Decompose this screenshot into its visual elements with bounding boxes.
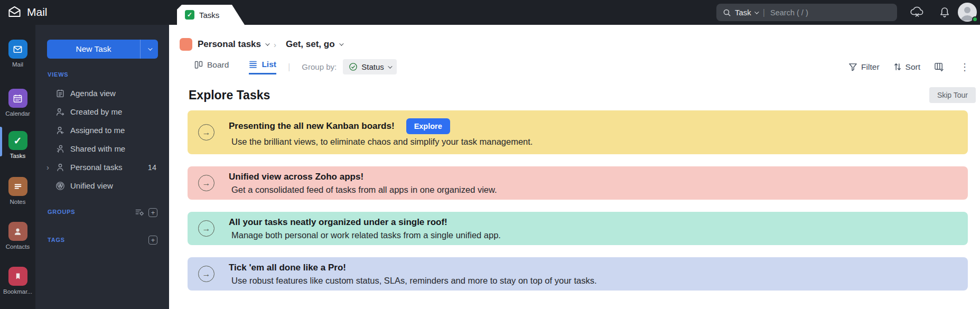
arrow-right-icon[interactable]: → (198, 266, 214, 282)
tasks-icon: ✓ (8, 131, 27, 150)
zoho-mail-logo-icon (7, 5, 22, 19)
main-content: Personal tasks › Get, set, go Board (169, 25, 980, 309)
toolbar-divider: | (288, 62, 290, 72)
chevron-down-icon (339, 41, 343, 45)
breadcrumb-list[interactable]: Personal tasks (198, 39, 268, 50)
rail-label: Notes (0, 199, 35, 205)
group-by-selector[interactable]: Status (343, 59, 397, 74)
arrow-right-icon[interactable]: → (198, 124, 214, 141)
sidebar-item-agenda-view[interactable]: Agenda view (35, 84, 169, 102)
add-tag-icon[interactable]: + (148, 236, 157, 245)
banner-subtitle: Manage both personal or work related tas… (229, 230, 501, 240)
rail-label: Tasks (0, 153, 35, 159)
search-divider: | (761, 8, 767, 17)
sidebar-item-created-by-me[interactable]: Created by me (35, 102, 169, 121)
zoho-mail-tasks-app: Mail ✓ Tasks Task | (0, 0, 980, 309)
tab-tasks-label: Tasks (199, 11, 219, 20)
rail-item-contacts[interactable]: Contacts (0, 222, 35, 250)
banner-title: Tick 'em all done like a Pro! (229, 263, 596, 273)
views-section-label: VIEWS (48, 71, 68, 78)
notifications-bell-icon[interactable] (939, 6, 950, 19)
banner-subtitle: Use the brilliant views, to eliminate ch… (229, 137, 533, 147)
brand-name: Mail (27, 6, 48, 18)
rail-item-notes[interactable]: Notes (0, 177, 35, 205)
tab-board-label: Board (207, 60, 229, 70)
breadcrumb-list-label: Personal tasks (198, 39, 261, 50)
tour-banners: → Presenting the all new Kanban boards! … (188, 110, 968, 291)
arrow-right-icon[interactable]: → (198, 175, 214, 191)
chevron-down-icon (265, 41, 269, 45)
banner-title: All your tasks neatly organized under a … (229, 217, 501, 228)
sidebar-item-label: Personal tasks (70, 163, 122, 172)
new-task-label: New Task (47, 44, 140, 54)
breadcrumb-view[interactable]: Get, set, go (286, 39, 342, 50)
manage-groups-icon[interactable] (135, 208, 145, 217)
search-bar[interactable]: Task | (716, 4, 897, 21)
search-scope-selector[interactable]: Task (735, 8, 758, 17)
filter-label: Filter (861, 62, 879, 72)
person-arrow-out-icon (55, 107, 65, 117)
sidebar-item-assigned-to-me[interactable]: Assigned to me (35, 121, 169, 139)
tab-list-label: List (262, 60, 276, 69)
sidebar-item-unified-view[interactable]: Unified view (35, 176, 169, 195)
groups-section-label: GROUPS (48, 209, 75, 215)
chevron-down-icon (388, 64, 392, 68)
sort-label: Sort (906, 62, 920, 72)
rail-item-mail[interactable]: Mail (0, 40, 35, 68)
banner-unified-view: → Unified view across Zoho apps! Get a c… (188, 166, 968, 200)
more-options-kebab-icon[interactable]: ⋮ (958, 61, 972, 73)
sidebar-item-label: Created by me (70, 107, 122, 116)
rail-item-calendar[interactable]: Calendar (0, 89, 35, 117)
rail-item-bookmarks[interactable]: Bookmar... (0, 267, 35, 295)
explore-button[interactable]: Explore (406, 118, 450, 134)
sidebar-item-label: Unified view (70, 181, 113, 190)
board-icon (194, 61, 203, 69)
rail-item-tasks[interactable]: ✓ Tasks (0, 131, 35, 159)
search-icon (723, 8, 731, 17)
banner-single-roof: → All your tasks neatly organized under … (188, 212, 968, 245)
banner-title: Presenting the all new Kanban boards! (229, 121, 395, 132)
skip-tour-button[interactable]: Skip Tour (929, 87, 976, 103)
breadcrumb: Personal tasks › Get, set, go (169, 25, 980, 51)
new-task-button[interactable]: New Task (47, 40, 158, 59)
sidebar-item-label: Assigned to me (70, 126, 125, 135)
banner-title: Unified view across Zoho apps! (229, 172, 497, 182)
list-icon (249, 60, 257, 69)
rail-label: Calendar (0, 110, 35, 117)
expand-chevron-icon[interactable]: › (46, 163, 49, 172)
banner-subtitle: Get a consolidated feed of tasks from al… (229, 185, 497, 195)
search-input[interactable] (770, 8, 891, 17)
contacts-icon (8, 222, 27, 241)
rail-label: Contacts (0, 244, 35, 250)
sort-button[interactable]: Sort (893, 62, 920, 72)
brand: Mail (7, 5, 48, 19)
tasks-sidebar: New Task VIEWS Agenda view Cre (35, 25, 169, 309)
sidebar-item-shared-with-me[interactable]: Shared with me (35, 139, 169, 158)
breadcrumb-separator: › (274, 40, 276, 49)
group-by-label: Group by: (302, 62, 337, 71)
tab-tasks[interactable]: ✓ Tasks (177, 5, 245, 25)
agenda-icon (55, 89, 65, 98)
filter-button[interactable]: Filter (848, 62, 879, 72)
customize-columns-button[interactable] (934, 62, 944, 72)
group-by-value: Status (361, 62, 384, 71)
add-group-icon[interactable]: + (148, 208, 157, 217)
cloud-offline-icon[interactable] (910, 6, 925, 18)
sidebar-item-personal-tasks[interactable]: › Personal tasks 14 (35, 158, 169, 176)
rail-label: Bookmar... (0, 288, 35, 295)
topbar: Mail ✓ Tasks Task | (0, 0, 980, 25)
mail-icon (8, 40, 27, 59)
list-color-swatch (180, 38, 192, 51)
tab-list[interactable]: List (249, 60, 276, 74)
online-status-dot (972, 16, 978, 22)
calendar-icon (8, 89, 27, 108)
tab-board[interactable]: Board (194, 60, 229, 73)
view-toolbar: Board List | Group by: Status (169, 59, 980, 74)
banner-subtitle: Use robust features like custom status, … (229, 276, 596, 286)
rail-label: Mail (0, 61, 35, 68)
chevron-down-icon (148, 46, 152, 50)
banner-kanban: → Presenting the all new Kanban boards! … (188, 110, 968, 154)
person-arrow-in-icon (55, 126, 65, 135)
new-task-dropdown[interactable] (140, 40, 158, 59)
arrow-right-icon[interactable]: → (198, 220, 214, 237)
